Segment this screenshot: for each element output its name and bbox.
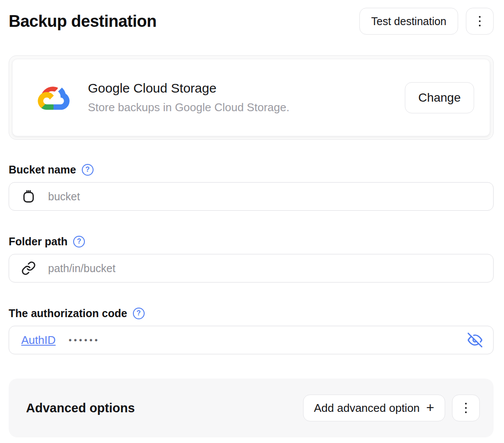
bucket-name-label: Bucket name [9, 164, 76, 176]
bucket-name-input[interactable] [48, 190, 484, 203]
help-icon[interactable]: ? [82, 164, 94, 176]
change-destination-button[interactable]: Change [405, 82, 474, 113]
eye-off-icon [468, 333, 482, 347]
destination-description: Store backups in Google Cloud Storage. [88, 101, 405, 114]
kebab-menu-icon [465, 403, 467, 413]
test-destination-button[interactable]: Test destination [359, 8, 458, 35]
folder-path-input[interactable] [48, 262, 484, 275]
masked-auth-value: •••••• [69, 335, 100, 345]
link-icon [21, 261, 36, 276]
advanced-options-section: Advanced options Add advanced option + [9, 379, 494, 437]
plus-icon: + [426, 401, 434, 414]
authid-link[interactable]: AuthID [21, 334, 56, 347]
add-advanced-option-button[interactable]: Add advanced option + [303, 395, 445, 421]
add-advanced-option-label: Add advanced option [314, 401, 420, 415]
authorization-code-label: The authorization code [9, 307, 127, 320]
authorization-code-label-row: The authorization code ? [9, 307, 494, 320]
backup-destination-page: Backup destination Test destination Goog… [0, 0, 504, 437]
page-header: Backup destination Test destination [9, 8, 494, 35]
folder-path-label: Folder path [9, 235, 68, 248]
bucket-icon [21, 189, 36, 204]
destination-name: Google Cloud Storage [88, 81, 405, 96]
bucket-name-field: Bucket name ? [9, 163, 494, 211]
google-cloud-logo-icon [37, 81, 71, 115]
destination-card-inner: Google Cloud Storage Store backups in Go… [12, 59, 490, 136]
bucket-name-input-wrap [9, 182, 494, 211]
header-actions: Test destination [359, 8, 494, 35]
authorization-code-input-wrap: AuthID •••••• [9, 326, 494, 354]
page-title: Backup destination [9, 12, 157, 31]
folder-path-field: Folder path ? [9, 235, 494, 282]
toggle-visibility-button[interactable] [466, 331, 484, 349]
destination-card: Google Cloud Storage Store backups in Go… [9, 55, 494, 140]
header-menu-button[interactable] [466, 8, 494, 35]
bucket-name-label-row: Bucket name ? [9, 163, 494, 176]
advanced-options-actions: Add advanced option + [303, 395, 480, 421]
destination-info: Google Cloud Storage Store backups in Go… [88, 81, 405, 114]
help-icon[interactable]: ? [73, 236, 85, 247]
folder-path-label-row: Folder path ? [9, 235, 494, 248]
advanced-options-menu-button[interactable] [452, 395, 480, 421]
folder-path-input-wrap [9, 254, 494, 282]
help-icon[interactable]: ? [133, 308, 145, 319]
advanced-options-title: Advanced options [26, 401, 135, 415]
authorization-code-field: The authorization code ? AuthID •••••• [9, 307, 494, 354]
kebab-menu-icon [479, 16, 481, 26]
